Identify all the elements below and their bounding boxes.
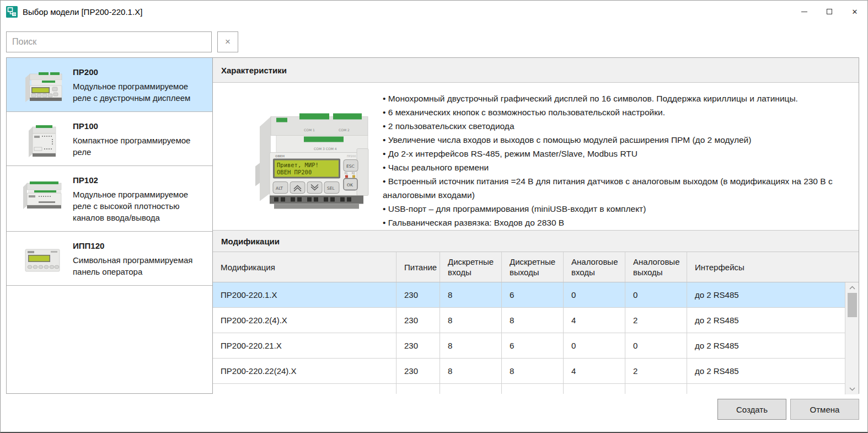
cell-discrete-outputs: 6 <box>502 333 564 358</box>
sidebar-model-item[interactable]: ПР102 Модульное программируемое реле с в… <box>7 166 212 232</box>
characteristics-list: • Монохромный двустрочный графический ди… <box>378 83 859 230</box>
column-header-interfaces: Интерфейсы <box>687 252 845 282</box>
column-header-discrete-outputs: Дискретные выходы <box>502 252 564 282</box>
characteristics-header: Характеристики <box>213 58 859 83</box>
ipp120-panel-thumbnail <box>18 243 66 278</box>
pr102-device-thumbnail <box>18 177 66 212</box>
minimize-button[interactable] <box>791 1 817 23</box>
characteristic-item: • До 2-х интерфейсов RS-485, режим Maste… <box>383 147 852 161</box>
cell-power: 230 <box>397 359 440 383</box>
modifications-header: Модификации <box>213 230 859 252</box>
table-body: ПР200-220.1.X 230 8 6 0 0 до 2 RS485 ПР2… <box>213 282 859 384</box>
device-photo: COM 1 COM 2 COM 3 COM 4 ОВЕН ПР200 Приве… <box>213 83 378 230</box>
model-name: ПР102 <box>73 175 208 185</box>
cell-discrete-outputs: 8 <box>502 308 564 333</box>
cell-power: 230 <box>397 333 440 358</box>
cell-power: 230 <box>397 282 440 307</box>
pr200-device-image: COM 1 COM 2 COM 3 COM 4 ОВЕН ПР200 Приве… <box>221 99 376 215</box>
table-header-row: Модификация Питание Дискретные входы Дис… <box>213 252 859 282</box>
cell-modification: ПР200-220.21.X <box>213 333 397 358</box>
clear-search-icon: × <box>225 36 231 47</box>
cell-modification: ПР200-220.2(4).X <box>213 308 397 333</box>
clear-search-button[interactable]: × <box>217 31 238 52</box>
modification-row[interactable]: ПР200-220.21.X 230 8 6 0 0 до 2 RS485 <box>213 333 859 359</box>
sidebar-model-item[interactable]: ПР200 Модульное программируемое реле с д… <box>7 58 212 112</box>
svg-text:COM 2: COM 2 <box>339 127 350 131</box>
model-selection-dialog: Выбор модели [ПР200-220.1.X] ✕ × ПР200 М… <box>0 0 868 433</box>
characteristic-item: • 6 механических кнопок с возможностью п… <box>383 105 852 119</box>
scroll-up-icon[interactable] <box>845 282 859 293</box>
sidebar-model-item[interactable]: ПР100 Компактное программируемое реле <box>7 112 212 166</box>
cell-analog-inputs: 0 <box>564 333 625 358</box>
title-bar[interactable]: Выбор модели [ПР200-220.1.X] ✕ <box>1 1 867 23</box>
close-icon: ✕ <box>852 8 858 16</box>
svg-text:ESC: ESC <box>346 163 355 168</box>
characteristic-item: • Гальваническая развязка: Входов до 283… <box>383 216 852 229</box>
cell-modification: ПР200-220.22(24).X <box>213 359 397 383</box>
cell-interfaces: до 2 RS485 <box>687 282 845 307</box>
column-header-power: Питание <box>397 252 440 282</box>
svg-text:Привет, МИР!: Привет, МИР! <box>277 161 319 168</box>
characteristic-item: • Часы реального времени <box>383 161 852 174</box>
characteristic-item: • USB-порт – для программирования (miniU… <box>383 202 852 216</box>
cell-analog-outputs: 2 <box>625 359 687 383</box>
column-header-discrete-inputs: Дискретные входы <box>440 252 502 282</box>
model-name: ПР100 <box>73 121 208 131</box>
svg-text:F2: F2 <box>352 172 355 174</box>
cell-power: 230 <box>397 308 440 333</box>
svg-text:F1: F1 <box>345 172 348 174</box>
characteristic-item: • Встроенный источник питания =24 В для … <box>383 174 852 202</box>
scrollbar-thumb[interactable] <box>848 293 857 317</box>
model-description: Компактное программируемое реле <box>73 135 208 158</box>
sidebar-model-item[interactable]: ИПП120 Символьная программируемая панель… <box>7 232 212 286</box>
svg-text:ALT: ALT <box>276 185 283 190</box>
cell-discrete-outputs: 6 <box>502 282 564 307</box>
cell-analog-inputs: 4 <box>564 359 625 383</box>
modification-row[interactable]: ПР200-220.2(4).X 230 8 8 4 2 до 2 RS485 <box>213 308 859 333</box>
characteristic-item: • Увеличение числа входов и выходов с по… <box>383 133 852 147</box>
cell-analog-outputs: 2 <box>625 308 687 333</box>
column-header-analog-outputs: Аналоговые выходы <box>625 252 687 282</box>
cell-analog-inputs: 4 <box>564 308 625 333</box>
app-logo-icon <box>6 6 18 18</box>
svg-text:OK: OK <box>347 182 353 187</box>
column-header-analog-inputs: Аналоговые входы <box>564 252 625 282</box>
column-header-modification: Модификация <box>213 252 397 282</box>
svg-text:SEL: SEL <box>327 185 335 190</box>
cancel-button[interactable]: Отмена <box>790 399 859 420</box>
cell-discrete-inputs: 8 <box>440 308 502 333</box>
svg-text:COM 1: COM 1 <box>304 127 315 131</box>
dialog-title: Выбор модели [ПР200-220.1.X] <box>23 7 142 17</box>
svg-text:ПР200: ПР200 <box>347 154 356 157</box>
model-name: ИПП120 <box>73 241 208 250</box>
svg-text:ОВЕН: ОВЕН <box>275 154 285 157</box>
search-input[interactable] <box>6 31 212 52</box>
modifications-table: Модификация Питание Дискретные входы Дис… <box>213 252 859 394</box>
cell-discrete-outputs: 8 <box>502 359 564 383</box>
cell-discrete-inputs: 8 <box>440 359 502 383</box>
minimize-icon <box>801 12 807 12</box>
model-description: Модульное программируемое реле с двустро… <box>73 81 208 104</box>
cell-interfaces: до 2 RS485 <box>687 333 845 358</box>
maximize-button[interactable] <box>817 1 842 23</box>
modification-row[interactable]: ПР200-220.1.X 230 8 6 0 0 до 2 RS485 <box>213 282 859 308</box>
characteristics-body: COM 1 COM 2 COM 3 COM 4 ОВЕН ПР200 Приве… <box>213 83 859 230</box>
cell-analog-outputs: 0 <box>625 282 687 307</box>
model-list: ПР200 Модульное программируемое реле с д… <box>6 57 213 394</box>
svg-text:ОВЕН ПР200: ОВЕН ПР200 <box>277 168 312 175</box>
scroll-down-icon[interactable] <box>845 384 859 394</box>
cell-interfaces: до 2 RS485 <box>687 308 845 333</box>
svg-text:COM 3 COM 4: COM 3 COM 4 <box>314 146 337 150</box>
model-description: Символьная программируемая панель операт… <box>73 254 208 277</box>
cell-discrete-inputs: 8 <box>440 333 502 358</box>
model-name: ПР200 <box>73 67 208 77</box>
cell-analog-outputs: 0 <box>625 333 687 358</box>
maximize-icon <box>827 9 832 14</box>
cell-interfaces: до 2 RS485 <box>687 359 845 383</box>
create-button[interactable]: Создать <box>717 399 786 420</box>
table-scrollbar[interactable] <box>845 282 859 394</box>
model-description: Модульное программируемое реле с высокой… <box>73 189 208 223</box>
modification-row[interactable]: ПР200-220.22(24).X 230 8 8 4 2 до 2 RS48… <box>213 359 859 384</box>
characteristic-item: • 2 пользовательских светодиода <box>383 119 852 133</box>
close-button[interactable]: ✕ <box>842 1 867 23</box>
